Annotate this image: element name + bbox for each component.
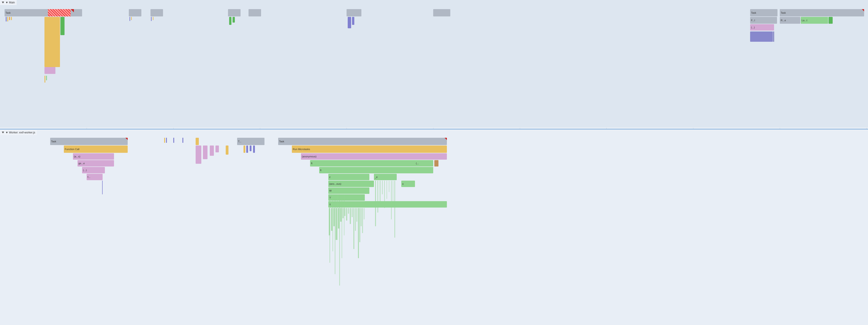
green-tail-W-1	[330, 194, 330, 263]
green-tail-11	[350, 208, 351, 224]
worker-a-s-label: (a...s)	[74, 155, 80, 158]
main-gold-bar	[44, 17, 60, 67]
worker-f-bar[interactable]: f...	[87, 174, 102, 180]
worker-function-call-bar[interactable]: Function Call	[64, 146, 128, 153]
green-tail-17	[359, 208, 360, 242]
green-tail-W-7	[344, 194, 344, 235]
worker-anon-ous-bar[interactable]: (ano...ous)	[328, 181, 374, 187]
main-re-bar[interactable]: R...e	[780, 17, 800, 24]
worker-o-label: o	[402, 182, 404, 185]
mini-blue-mid-1	[129, 17, 130, 21]
main-blue-rect	[750, 31, 773, 42]
green-tail-W-5	[339, 194, 340, 286]
green-tail-28	[391, 181, 392, 219]
green-tail-23	[380, 181, 380, 201]
worker-gold-mid	[196, 138, 199, 145]
mini-gold-mid-2	[153, 17, 153, 20]
main-task-bar-3[interactable]	[151, 9, 163, 17]
worker-task-bar-2[interactable]: Task	[278, 138, 447, 145]
main-blue-sep	[773, 31, 774, 42]
worker-lt-bar[interactable]: lt	[319, 167, 433, 173]
worker-o-bar[interactable]: o	[401, 181, 415, 187]
main-task-bar-right-1[interactable]: Task	[750, 9, 777, 17]
main-green-right	[829, 17, 833, 24]
worker-anonymous-bar[interactable]: (anonymous)	[301, 153, 447, 160]
green-tail-19	[362, 208, 363, 233]
main-task-striped	[48, 9, 71, 17]
mini-green-2	[46, 76, 47, 80]
worker-parens-bar[interactable]: (...)	[82, 167, 105, 173]
worker-orange-ft	[434, 160, 438, 167]
worker-gee-label: ge...e	[79, 162, 85, 165]
worker-V-bar[interactable]: V	[328, 194, 365, 201]
main-fi-bar[interactable]: F...l	[750, 17, 777, 24]
main-task-bar-2[interactable]	[129, 9, 142, 17]
main-pink-bar	[44, 67, 55, 74]
main-la-label: La...t	[802, 19, 807, 22]
main-fi-label: F...l	[751, 19, 755, 22]
worker-t-blue	[246, 146, 248, 153]
main-re-label: R...e	[781, 19, 786, 22]
worker-t-task[interactable]: T...	[237, 138, 265, 145]
main-purple-2	[352, 17, 354, 25]
green-tail-14	[355, 208, 356, 231]
main-green-bar	[60, 17, 64, 35]
green-tail-13	[353, 208, 354, 249]
green-tail-25	[384, 181, 385, 208]
worker-gold-left	[226, 146, 228, 155]
main-task-bar-6[interactable]	[347, 9, 361, 17]
green-tail-18	[361, 208, 362, 226]
worker-t-blue-3	[253, 146, 255, 153]
worker-run-microtasks-label: Run Microtasks	[293, 148, 310, 150]
green-tail-7	[342, 208, 344, 218]
main-collapse-triangle[interactable]	[2, 2, 4, 3]
worker-section-header[interactable]: ▼ Worker: exif-worker.js	[0, 130, 37, 135]
worker-ft-parens-label: (...	[416, 162, 419, 165]
main-section-header[interactable]: ▼ Main	[0, 0, 17, 5]
worker-z-label: z	[329, 176, 331, 178]
green-tail-W-3	[335, 194, 335, 274]
mini-orange-1	[9, 17, 10, 20]
main-parens-bar[interactable]: (...)	[750, 24, 774, 31]
main-task-bar-5[interactable]	[249, 9, 261, 17]
worker-e-bar[interactable]: _e	[374, 174, 397, 180]
main-section-label: ▼ Main	[5, 1, 15, 4]
worker-lt-label: lt	[320, 169, 321, 172]
worker-anonymous-label: (anonymous)	[302, 155, 316, 158]
mini-gold-3	[44, 76, 45, 83]
worker-W-label: W	[329, 189, 332, 192]
worker-anon-ous-label: (ano...ous)	[329, 182, 341, 185]
worker-run-microtasks-bar[interactable]: Run Microtasks	[292, 146, 447, 153]
main-purple-1	[348, 17, 351, 28]
worker-z-bar[interactable]: z	[328, 174, 369, 180]
worker-track-area: Task Function Call (a...s) ge...e (...) …	[0, 136, 868, 323]
worker-e-label: _e	[375, 176, 378, 178]
timeline-container: ▼ Main Task	[0, 0, 868, 325]
worker-gee-bar[interactable]: ge...e	[78, 160, 114, 167]
worker-ft-parens-bar[interactable]: (...	[415, 160, 433, 167]
main-la-bar[interactable]: La...t	[801, 17, 828, 24]
main-parens-label: (...)	[751, 26, 755, 29]
main-task-right-1-label: Task	[751, 11, 756, 14]
green-tail-22	[377, 181, 378, 212]
worker-task-bar-1[interactable]: Task	[50, 138, 128, 145]
mini-gold-mid-1	[131, 17, 132, 20]
mini-gold-2	[11, 17, 12, 20]
worker-purple-3	[210, 146, 214, 156]
main-task-bar-4[interactable]	[228, 9, 241, 17]
green-tail-16	[358, 208, 359, 258]
worker-collapse-triangle[interactable]	[2, 131, 4, 134]
worker-task-1-label: Task	[51, 140, 56, 143]
green-tail-W-2	[333, 194, 333, 251]
worker-f-label: f...	[88, 176, 90, 178]
main-task-1-label: Task	[5, 11, 11, 14]
main-task-bar-right-2[interactable]: Task	[780, 9, 864, 17]
worker-W-bar[interactable]: W	[328, 187, 369, 194]
worker-a-s-bar[interactable]: (a...s)	[73, 153, 114, 160]
green-tail-12	[351, 208, 353, 217]
green-tail-27	[389, 181, 390, 192]
worker-it-bar[interactable]: It	[328, 201, 447, 208]
main-task-bar-7[interactable]	[433, 9, 450, 17]
green-tail-W-6	[342, 194, 342, 258]
worker-ft-bar[interactable]: ft	[310, 160, 433, 167]
